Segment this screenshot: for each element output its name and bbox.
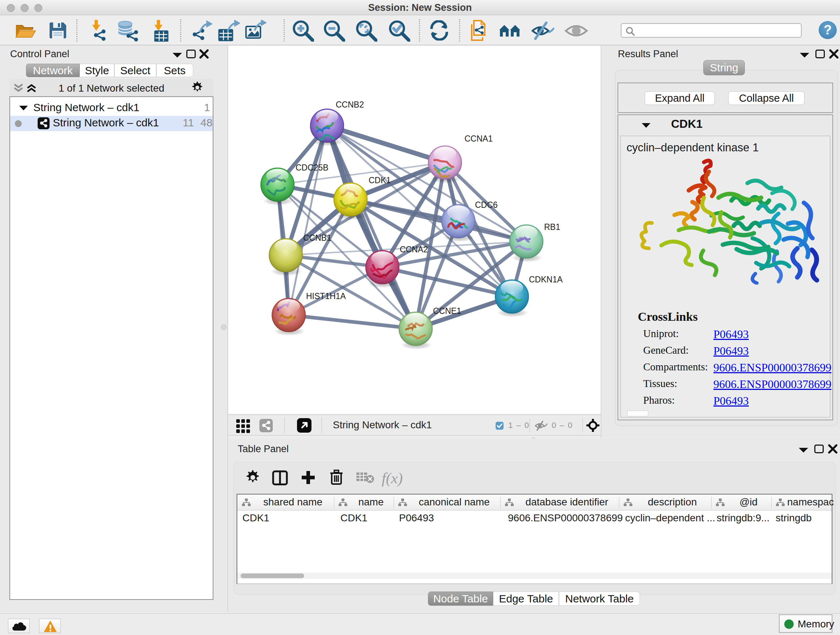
- svg-text:HIST1H1A: HIST1H1A: [306, 291, 346, 301]
- svg-text:CCNB1: CCNB1: [303, 233, 332, 242]
- svg-text:CCNA1: CCNA1: [464, 134, 493, 143]
- svg-text:CCNB2: CCNB2: [336, 100, 364, 109]
- svg-text:CDKN1A: CDKN1A: [529, 275, 563, 284]
- svg-text:RB1: RB1: [544, 222, 561, 232]
- svg-text:CDC6: CDC6: [475, 200, 498, 210]
- svg-text:CDC25B: CDC25B: [295, 163, 328, 172]
- svg-text:CDK1: CDK1: [369, 176, 391, 185]
- svg-text:CCNE1: CCNE1: [433, 306, 461, 316]
- svg-text:CCNA2: CCNA2: [400, 245, 428, 254]
